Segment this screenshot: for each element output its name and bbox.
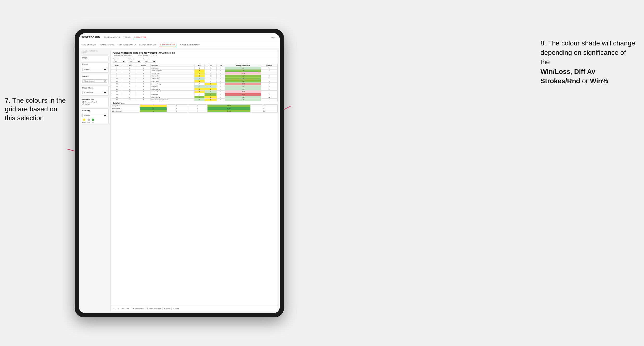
cell-reg: 1 [123, 75, 136, 77]
radio-top100[interactable]: Top 100 [82, 103, 107, 105]
view-original-btn[interactable]: 👁 View: Original [133, 308, 144, 309]
cell-div: 9 [111, 75, 123, 77]
cell-opponent: Stella Cheng [151, 88, 194, 91]
cell-conf: 1 [136, 91, 150, 93]
legend-level-circle [88, 119, 90, 121]
opponent-select[interactable]: (All) [143, 60, 156, 63]
cell-loss: 3 [205, 93, 216, 96]
cell-reg: 7 [123, 85, 136, 88]
cell-conf: 5 [136, 88, 150, 91]
nav-tournaments[interactable]: TOURNAMENTS [104, 36, 120, 39]
opponent-view-section: Opponent view Opponents Played Top 100 [81, 97, 108, 107]
cell-opponent: Eunice Yi [151, 85, 194, 88]
cell-tie: 0 [216, 72, 225, 75]
cell-ood-diff: 7.400 [207, 110, 250, 113]
cell-opponent: Euna Lee [151, 93, 194, 96]
table-row: 5 2 2 Alexis Sudjianto 1 0 0 4.00 3 [111, 69, 278, 72]
cell-opponent: Sharon Mun [151, 75, 194, 77]
cell-div: 13 [111, 83, 123, 85]
grid-header: Katelyn Vo Head-to-Head Grid for Women's… [111, 50, 278, 57]
cell-ood-diff: 4.500 [207, 105, 250, 107]
cell-loss: 2 [205, 85, 216, 88]
cell-diff: 1.33 [225, 99, 261, 101]
cell-reg: 3 [123, 72, 136, 75]
ood-table-row: NCAA Division 2 5 0 0 7.400 10 [111, 110, 278, 113]
cell-div: 14 [111, 85, 123, 88]
redo-btn[interactable]: ↻ [117, 307, 120, 310]
cell-win: 1 [194, 67, 205, 69]
cell-ood-tie: 0 [187, 105, 207, 107]
opponent-filter: Opponent (All) [143, 58, 156, 63]
cell-diff: 1.25 [225, 88, 261, 91]
colour-by-section: Colour by Win/loss Down Level [81, 108, 108, 124]
cell-opponent: Federica Domecq Lacroze [151, 99, 194, 101]
sub-nav-team-h2h-heatmap[interactable]: TEAM H2H HEATMAP [118, 43, 136, 46]
cell-reg: 11 [123, 99, 136, 101]
table-row: 11 5 1 Heejo Hyun 1 0 0 3.33 3 [111, 80, 278, 83]
conference-select[interactable]: (All) [128, 60, 141, 63]
col-tie: Tie [216, 64, 225, 67]
cell-rounds: 2 [261, 83, 278, 85]
cell-ood-win: 5 [140, 110, 167, 113]
legend-down: Down [82, 119, 86, 123]
forward-btn[interactable]: ⟶ [126, 307, 130, 310]
cell-rounds [261, 72, 278, 75]
cell-div: 10 [111, 77, 123, 80]
nav-teams[interactable]: TEAMS [123, 36, 130, 39]
cell-tie: 0 [216, 77, 225, 80]
cell-opponent: Esther Lee [151, 67, 194, 69]
cell-loss: 0 [205, 80, 216, 83]
cell-reg: 1 [123, 83, 136, 85]
division-record: Division Record: 331 - 34 - 6 [137, 55, 156, 56]
ood-table-row: Foreign Team 1 0 0 4.500 2 [111, 105, 278, 107]
sub-nav-player-h2h-grid[interactable]: PLAYER H2H GRID [160, 43, 176, 46]
cell-diff: -0.94 [225, 91, 261, 93]
cell-diff: -5.00 [225, 93, 261, 96]
cell-opponent: Alexis Sudjianto [151, 69, 194, 72]
undo-btn[interactable]: ↺ [113, 307, 115, 310]
conference-filter: Conference (All) [128, 58, 141, 63]
cell-tie: 0 [216, 80, 225, 83]
cell-conf: 4 [136, 85, 150, 88]
gender-select[interactable]: Women's [82, 68, 107, 71]
cell-reg: 5 [123, 80, 136, 83]
watch-btn[interactable]: 👁 Watch [164, 308, 170, 309]
cell-opponent: Jessica Mason [151, 91, 194, 93]
cell-opponent: Heejo Hyun [151, 80, 194, 83]
sub-nav-player-summary[interactable]: PLAYER SUMMARY [140, 43, 156, 46]
cell-ood-diff: 9.267 [207, 107, 250, 110]
separator2 [145, 307, 145, 310]
cell-rounds: 3 [261, 75, 278, 77]
cell-diff: 0.30 [225, 96, 261, 99]
grid-table: # Div # Reg # Conf Opponent Win Loss Tie… [111, 64, 278, 101]
radio-opponents-played[interactable]: Opponents Played [82, 101, 107, 103]
cell-tie: 0 [216, 93, 225, 96]
player-rank-select[interactable]: 8. Katelyn Vo [82, 91, 107, 94]
cell-rounds: 3 [261, 80, 278, 83]
colour-by-select[interactable]: Win/loss [82, 114, 107, 117]
table-row: 18 2 2 Euna Lee 0 3 0 -5.00 2 [111, 93, 278, 96]
share-btn[interactable]: ↗ Share [173, 308, 179, 309]
table-row: 16 9 1 Jessica Mason 1 2 0 -0.94 [111, 91, 278, 93]
sub-nav-player-h2h-heatmap[interactable]: PLAYER H2H HEATMAP [180, 43, 200, 46]
cell-reg: 2 [123, 93, 136, 96]
sub-nav-team-h2h-grid[interactable]: TEAM H2H GRID [100, 43, 114, 46]
cell-loss: 1 [205, 83, 216, 85]
left-panel: Last Updated: 27/03/2024 16:55:38 Player… [81, 50, 108, 311]
cell-conf: 7 [136, 99, 150, 101]
logo: SCOREBOARD [81, 36, 104, 39]
save-custom-view-btn[interactable]: 💾 Save Custom View [146, 308, 161, 309]
cell-conf: 2 [136, 93, 150, 96]
sign-out-button[interactable]: Sign out [271, 36, 277, 38]
opponents-select[interactable]: (All) [113, 60, 126, 63]
cell-opponent: Andrea York [151, 77, 194, 80]
sub-nav-team-summary[interactable]: TEAM SUMMARY [81, 43, 96, 46]
division-select[interactable]: NCAA Division III [82, 79, 107, 83]
table-row: 13 1 1 Jessica Huang 0 1 0 -3.00 2 [111, 83, 278, 85]
player-rank-section: Player (Rank) 8. Katelyn Vo [81, 86, 108, 96]
cell-reg: 10 [123, 96, 136, 99]
cell-diff: 0.38 [225, 85, 261, 88]
nav-committee[interactable]: COMMITTEE [134, 36, 146, 39]
back-btn[interactable]: ⟵ [121, 307, 124, 310]
legend-down-circle [83, 119, 85, 121]
